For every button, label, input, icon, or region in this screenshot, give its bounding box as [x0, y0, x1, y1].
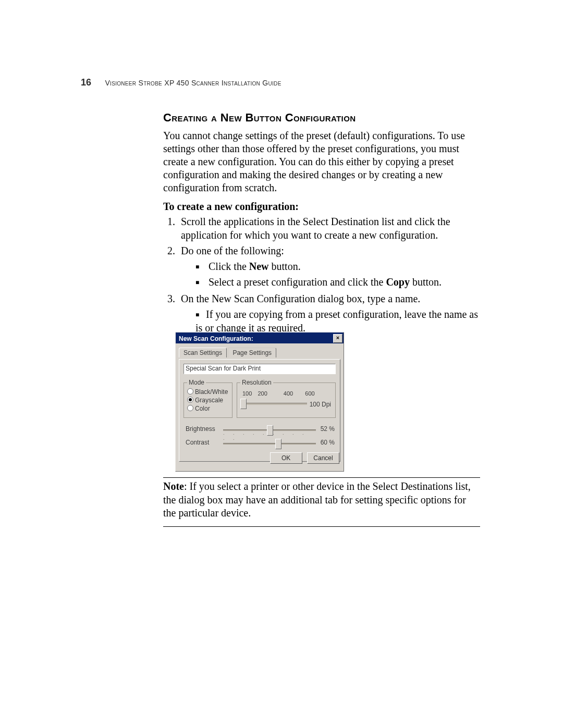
step-3: On the New Scan Configuration dialog box… — [178, 292, 480, 335]
scan-settings-panel: Special Scan for Dark Print Black/White … — [179, 359, 340, 462]
radio-grayscale[interactable]: Grayscale — [187, 397, 229, 404]
resolution-tick-labels: 100 200 400 600 — [242, 390, 331, 397]
radio-label: Black/White — [195, 388, 228, 396]
step-2: Do one of the following: Click the New b… — [178, 244, 480, 289]
contrast-label: Contrast — [186, 439, 209, 446]
text-fragment: Click the — [209, 261, 249, 272]
contrast-slider-thumb[interactable] — [275, 439, 282, 449]
cancel-button[interactable]: Cancel — [307, 452, 339, 464]
radio-label: Grayscale — [195, 397, 223, 404]
note-label: Note — [163, 480, 184, 492]
note-rule-bottom — [163, 526, 480, 527]
note-body: : If you select a printer or other devic… — [163, 480, 471, 519]
brightness-slider-thumb[interactable] — [267, 425, 273, 436]
bold-term: Copy — [386, 276, 410, 288]
note-rule-top — [163, 477, 480, 478]
radio-label: Color — [195, 405, 210, 412]
step-1: Scroll the applications in the Select De… — [178, 215, 480, 242]
resolution-value: 100 Dpi — [310, 401, 331, 408]
step-2-bullet-b: Select a preset configuration and click … — [192, 275, 480, 289]
procedure-steps: Scroll the applications in the Select De… — [163, 215, 480, 338]
note-paragraph: Note: If you select a printer or other d… — [163, 480, 480, 520]
brightness-label: Brightness — [186, 425, 215, 433]
tick-label: 400 — [284, 390, 293, 397]
step-3-text: On the New Scan Configuration dialog box… — [181, 293, 420, 304]
bold-term: New — [249, 261, 269, 272]
brightness-value: 52 % — [321, 425, 335, 433]
step-2-text: Do one of the following: — [181, 245, 284, 256]
procedure-title: To create a new configuration: — [163, 201, 299, 213]
resolution-slider-track[interactable] — [242, 403, 307, 405]
close-icon[interactable]: × — [333, 334, 342, 343]
brightness-row: Brightness · · · · · · · · · · · 52 % — [186, 425, 335, 436]
resolution-group: 100 200 400 600 100 Dpi — [237, 382, 336, 418]
radio-color[interactable]: Color — [187, 405, 229, 412]
ok-button[interactable]: OK — [270, 452, 302, 464]
text-fragment: button. — [410, 276, 442, 288]
configuration-name-field[interactable]: Special Scan for Dark Print — [183, 364, 336, 374]
step-2-bullet-a: Click the New button. — [192, 260, 480, 273]
dialog-titlebar: New Scan Configuration: × — [176, 332, 344, 343]
contrast-slider-track[interactable] — [223, 443, 316, 445]
text-fragment: Select a preset configuration and click … — [209, 276, 386, 288]
intro-paragraph: You cannot change settings of the preset… — [163, 129, 480, 194]
tick-label: 600 — [305, 390, 314, 397]
dialog-tabs: Scan Settings Page Settings — [179, 348, 340, 359]
tab-scan-settings[interactable]: Scan Settings — [179, 348, 227, 357]
tick-label: 200 — [258, 390, 267, 397]
tick-label: 100 — [242, 390, 252, 397]
radio-black-white[interactable]: Black/White — [187, 388, 229, 396]
dialog-title: New Scan Configuration: — [179, 335, 253, 342]
running-header: 16 Visioneer Strobe XP 450 Scanner Insta… — [81, 77, 282, 88]
new-scan-configuration-dialog: New Scan Configuration: × Scan Settings … — [175, 332, 344, 472]
step-3-bullet-a: If you are copying from a preset configu… — [192, 307, 480, 335]
resolution-slider-thumb[interactable] — [240, 399, 247, 409]
text-fragment: button. — [269, 261, 301, 272]
guide-title: Visioneer Strobe XP 450 Scanner Installa… — [105, 79, 281, 87]
contrast-row: Contrast 60 % — [186, 439, 335, 449]
tab-page-settings[interactable]: Page Settings — [228, 348, 276, 357]
mode-group: Black/White Grayscale Color — [183, 382, 232, 418]
page-number: 16 — [81, 77, 91, 88]
dialog-button-bar: OK Cancel — [267, 452, 339, 468]
section-heading: Creating a New Button Configuration — [163, 111, 356, 125]
contrast-value: 60 % — [321, 439, 335, 446]
